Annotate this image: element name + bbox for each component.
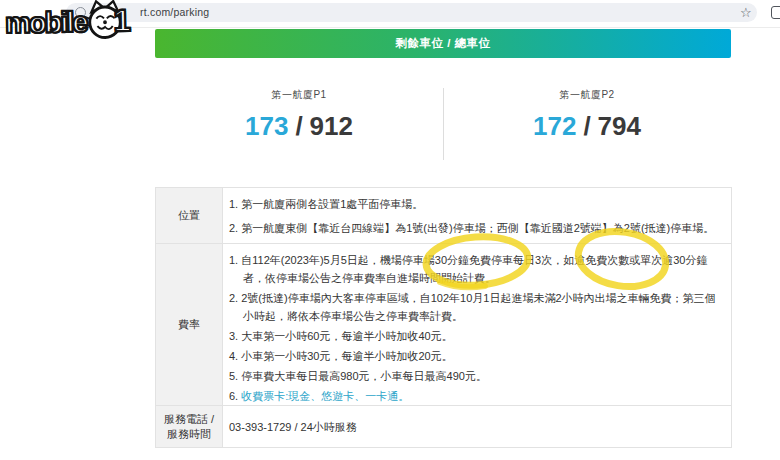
bookmark-star-icon[interactable]: ☆ bbox=[740, 4, 752, 22]
stat-terminal1-p2: 第一航廈P2 172 / 794 bbox=[443, 80, 731, 165]
row-header-rates: 費率 bbox=[156, 244, 223, 406]
browser-window: rt.com/parking ☆ mobile 1 剩餘車位 / 總車位 第一航… bbox=[0, 0, 780, 460]
stat-terminal1-p1: 第一航廈P1 173 / 912 bbox=[155, 80, 443, 165]
rates-cell: 1. 自112年(2023年)5月5日起，機場停車場30分鐘免費停車每日3次，如… bbox=[223, 244, 731, 406]
payment-cards-link[interactable]: 收費票卡:現金、悠遊卡、一卡通。 bbox=[241, 390, 409, 402]
location-item-2: 2. 第一航廈東側【靠近台四線端】為1號(出發)停車場；西側【靠近國道2號端】為… bbox=[229, 219, 725, 237]
address-bar[interactable]: rt.com/parking bbox=[66, 3, 757, 22]
p1-separator: / bbox=[295, 111, 302, 142]
rates-item-4: 4. 小車第一小時30元，每逾半小時加收20元。 bbox=[229, 347, 725, 365]
stat-p2-label: 第一航廈P2 bbox=[559, 88, 614, 102]
p1-available-count: 173 bbox=[245, 111, 288, 142]
location-cell: 1. 第一航廈兩側各設置1處平面停車場。 2. 第一航廈東側【靠近台四線端】為1… bbox=[223, 188, 731, 244]
service-cell: 03-393-1729 / 24小時服務 bbox=[223, 406, 731, 447]
watermark-text-one: 1 bbox=[113, 1, 129, 41]
availability-banner: 剩餘車位 / 總車位 bbox=[155, 29, 731, 58]
row-header-service: 服務電話 / 服務時間 bbox=[156, 406, 223, 447]
row-header-location: 位置 bbox=[156, 188, 223, 244]
rates-item-2: 2. 2號(抵達)停車場內大客車停車區域，自102年10月1日起進場未滿2小時內… bbox=[229, 289, 725, 325]
rates-item-6: 6. 收費票卡:現金、悠遊卡、一卡通。 bbox=[229, 387, 725, 405]
mobile01-watermark: mobile 1 bbox=[5, 1, 129, 43]
url-text[interactable]: rt.com/parking bbox=[140, 6, 209, 18]
browser-extensions-icon[interactable] bbox=[771, 6, 780, 19]
stat-p1-label: 第一航廈P1 bbox=[271, 88, 326, 102]
p2-separator: / bbox=[583, 111, 590, 142]
parking-info-table: 位置 1. 第一航廈兩側各設置1處平面停車場。 2. 第一航廈東側【靠近台四線端… bbox=[155, 187, 732, 448]
watermark-text-mobile: mobile bbox=[5, 2, 87, 43]
stat-p1-counts: 173 / 912 bbox=[245, 111, 353, 142]
rates-item-6-number: 6. bbox=[229, 390, 238, 402]
stat-p2-counts: 172 / 794 bbox=[533, 111, 641, 142]
rates-item-1: 1. 自112年(2023年)5月5日起，機場停車場30分鐘免費停車每日3次，如… bbox=[229, 251, 725, 287]
location-item-1: 1. 第一航廈兩側各設置1處平面停車場。 bbox=[229, 195, 725, 213]
p2-available-count: 172 bbox=[533, 111, 576, 142]
rates-item-5: 5. 停車費大車每日最高980元，小車每日最高490元。 bbox=[229, 367, 725, 385]
p2-total-count: 794 bbox=[598, 111, 641, 142]
stats-divider bbox=[443, 88, 444, 160]
parking-stats: 第一航廈P1 173 / 912 第一航廈P2 172 / 794 bbox=[155, 80, 731, 165]
p1-total-count: 912 bbox=[310, 111, 353, 142]
rates-item-3: 3. 大車第一小時60元，每逾半小時加收40元。 bbox=[229, 327, 725, 345]
